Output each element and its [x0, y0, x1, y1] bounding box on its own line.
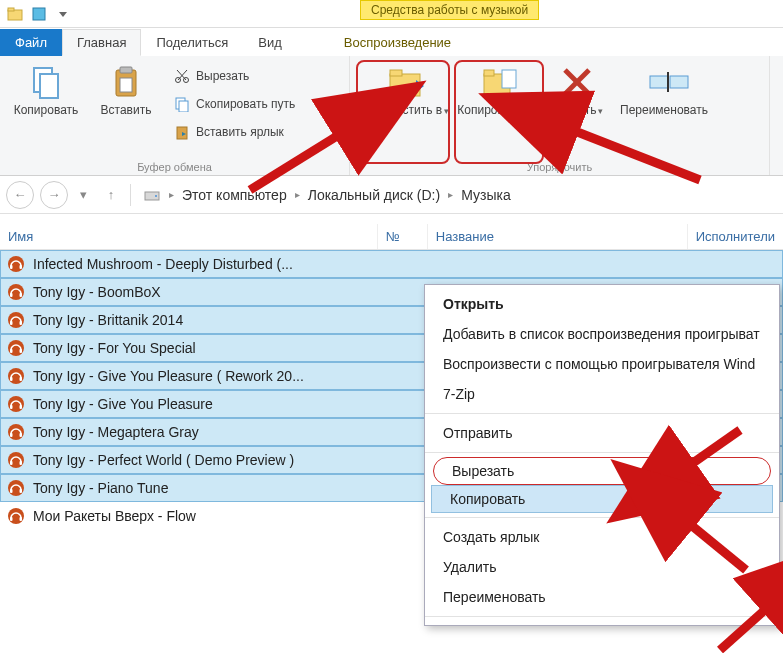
column-header-number[interactable]: №: [378, 224, 428, 249]
svg-rect-25: [650, 76, 668, 88]
svg-rect-40: [10, 349, 13, 353]
copy-icon: [28, 64, 64, 100]
file-name-label: Tony Igy - BoomBoX: [33, 284, 393, 300]
svg-rect-58: [10, 517, 13, 521]
headphones-icon: [7, 479, 25, 497]
menu-item-open[interactable]: Открыть: [425, 289, 779, 319]
headphones-icon: [7, 395, 25, 413]
navigation-bar: ← → ▾ ↑ ▸ Этот компьютер ▸ Локальный дис…: [0, 176, 783, 214]
column-header-title[interactable]: Название: [428, 224, 688, 249]
file-name-label: Infected Mushroom - Deeply Disturbed (..…: [33, 256, 393, 272]
svg-point-51: [8, 452, 24, 468]
rename-icon: [646, 64, 682, 100]
svg-point-48: [8, 424, 24, 440]
ribbon-delete-button[interactable]: Удалить: [544, 60, 610, 148]
tab-play[interactable]: Воспроизведение: [329, 29, 466, 56]
svg-rect-7: [120, 67, 132, 73]
svg-rect-8: [120, 78, 132, 92]
menu-item-add-to-playlist[interactable]: Добавить в список воспроизведения проигр…: [425, 319, 779, 349]
drive-icon: [143, 186, 161, 204]
file-name-label: Tony Igy - Megaptera Gray: [33, 424, 393, 440]
menu-item-copy[interactable]: Копировать: [431, 485, 773, 513]
copy-to-folder-icon: [480, 64, 516, 100]
nav-history-dropdown[interactable]: ▾: [74, 182, 92, 208]
file-name-label: Tony Igy - For You Special: [33, 340, 393, 356]
file-name-label: Tony Igy - Brittanik 2014: [33, 312, 393, 328]
copy-path-icon: [174, 96, 190, 112]
menu-item-send-to[interactable]: Отправить: [425, 418, 779, 448]
svg-rect-32: [20, 265, 23, 269]
headphones-icon: [7, 283, 25, 301]
ribbon-rename-button[interactable]: Переименовать: [610, 60, 718, 148]
file-name-label: Tony Igy - Give You Pleasure: [33, 396, 393, 412]
tab-view[interactable]: Вид: [243, 29, 297, 56]
delete-x-icon: [559, 64, 595, 100]
nav-back-button[interactable]: ←: [6, 181, 34, 209]
headphones-icon: [7, 423, 25, 441]
svg-point-54: [8, 480, 24, 496]
svg-line-12: [177, 70, 186, 80]
svg-rect-5: [40, 74, 58, 98]
file-name-label: Tony Igy - Perfect World ( Demo Preview …: [33, 452, 393, 468]
qat-properties-icon[interactable]: [28, 3, 50, 25]
menu-item-play-with[interactable]: Воспроизвести с помощью проигрывателя Wi…: [425, 349, 779, 379]
svg-point-57: [8, 508, 24, 524]
tab-home[interactable]: Главная: [62, 29, 141, 56]
ribbon-paste-shortcut-button[interactable]: Вставить ярлык: [170, 120, 299, 144]
svg-rect-43: [10, 377, 13, 381]
svg-point-45: [8, 396, 24, 412]
svg-rect-2: [33, 8, 45, 20]
music-tools-contextual-tab-label: Средства работы с музыкой: [360, 0, 539, 20]
svg-rect-31: [10, 265, 13, 269]
svg-rect-56: [20, 489, 23, 493]
svg-rect-50: [20, 433, 23, 437]
headphones-icon: [7, 339, 25, 357]
column-headers: Имя № Название Исполнители: [0, 214, 783, 250]
svg-rect-1: [8, 8, 14, 11]
paste-shortcut-icon: [174, 124, 190, 140]
file-row[interactable]: Infected Mushroom - Deeply Disturbed (..…: [0, 250, 783, 278]
menu-item-rename[interactable]: Переименовать: [425, 582, 779, 612]
qat-folder-icon[interactable]: [4, 3, 26, 25]
ribbon-copy-path-button[interactable]: Скопировать путь: [170, 92, 299, 116]
ribbon-tabs: Файл Главная Поделиться Вид Воспроизведе…: [0, 28, 783, 56]
ribbon-paste-button[interactable]: Вставить: [86, 60, 166, 148]
nav-up-button[interactable]: ↑: [98, 182, 124, 208]
tab-file[interactable]: Файл: [0, 29, 62, 56]
breadcrumb-this-pc[interactable]: Этот компьютер: [182, 187, 287, 203]
ribbon-move-to-button[interactable]: Переместить в: [356, 60, 452, 148]
ribbon-copy-button[interactable]: Копировать: [6, 60, 86, 148]
headphones-icon: [7, 367, 25, 385]
ribbon-copy-to-button[interactable]: Копировать в: [452, 60, 544, 148]
move-to-folder-icon: [386, 64, 422, 100]
svg-rect-52: [10, 461, 13, 465]
menu-item-cut[interactable]: Вырезать: [433, 457, 771, 485]
svg-rect-44: [20, 377, 23, 381]
qat-dropdown-icon[interactable]: [52, 3, 74, 25]
tab-share[interactable]: Поделиться: [141, 29, 243, 56]
breadcrumb: ▸ Этот компьютер ▸ Локальный диск (D:) ▸…: [137, 186, 511, 204]
svg-rect-49: [10, 433, 13, 437]
file-name-label: Мои Ракеты Вверх - Flow: [33, 508, 393, 524]
svg-rect-14: [179, 101, 188, 112]
svg-rect-55: [10, 489, 13, 493]
column-header-artists[interactable]: Исполнители: [688, 224, 783, 249]
ribbon: Копировать Вставить Вырезать Скопировать…: [0, 56, 783, 176]
breadcrumb-drive[interactable]: Локальный диск (D:): [308, 187, 441, 203]
svg-rect-46: [10, 405, 13, 409]
svg-rect-35: [20, 293, 23, 297]
svg-point-42: [8, 368, 24, 384]
svg-point-36: [8, 312, 24, 328]
menu-item-create-shortcut[interactable]: Создать ярлык: [425, 522, 779, 552]
menu-item-delete[interactable]: Удалить: [425, 552, 779, 582]
svg-line-11: [178, 70, 187, 80]
breadcrumb-folder[interactable]: Музыка: [461, 187, 511, 203]
svg-rect-37: [10, 321, 13, 325]
column-header-name[interactable]: Имя: [0, 224, 378, 249]
menu-item-7zip[interactable]: 7-Zip: [425, 379, 779, 409]
nav-forward-button[interactable]: →: [40, 181, 68, 209]
scissors-icon: [174, 68, 190, 84]
headphones-icon: [7, 255, 25, 273]
context-menu: Открыть Добавить в список воспроизведени…: [424, 284, 780, 626]
ribbon-cut-button[interactable]: Вырезать: [170, 64, 299, 88]
